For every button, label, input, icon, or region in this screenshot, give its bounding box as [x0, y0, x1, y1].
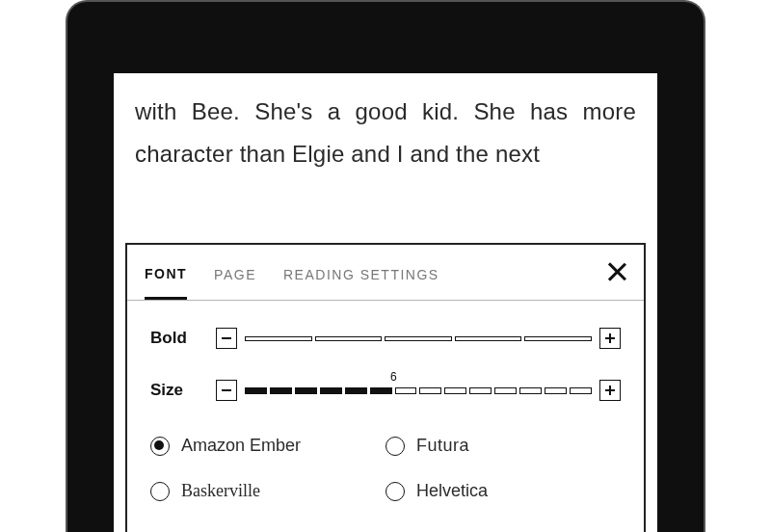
- font-panel-body: Bold Size 6 Amazon EmberFuturaBaskervill…: [127, 301, 644, 526]
- size-row: Size 6: [150, 380, 621, 401]
- ereader-screen: with Bee. She's a good kid. She has more…: [114, 73, 657, 532]
- font-family-options: Amazon EmberFuturaBaskervilleHelvetica: [150, 432, 621, 526]
- bold-decrease-button[interactable]: [216, 328, 237, 349]
- size-segment: [370, 387, 392, 394]
- close-icon[interactable]: [603, 258, 630, 285]
- tab-font[interactable]: FONT: [145, 247, 187, 300]
- size-segment: [494, 387, 517, 394]
- bold-segment: [455, 336, 522, 341]
- size-segment: [519, 387, 542, 394]
- display-settings-panel: FONT PAGE READING SETTINGS Bold Size 6 A…: [125, 243, 646, 532]
- size-label: Size: [150, 381, 216, 400]
- bold-row: Bold: [150, 328, 621, 349]
- font-option-label: Futura: [416, 436, 469, 456]
- tab-reading-settings[interactable]: READING SETTINGS: [283, 248, 439, 298]
- size-segment: [270, 387, 292, 394]
- size-segment: [320, 387, 342, 394]
- font-option-label: Helvetica: [416, 481, 488, 501]
- font-option-amazon-ember[interactable]: Amazon Ember: [150, 436, 386, 456]
- bold-segment: [245, 336, 312, 341]
- bold-segment: [315, 336, 383, 341]
- radio-icon: [150, 437, 170, 456]
- font-option-label: Baskerville: [181, 481, 260, 501]
- size-segment: [245, 387, 267, 394]
- bold-segment: [385, 336, 452, 341]
- font-option-baskerville[interactable]: Baskerville: [150, 481, 386, 501]
- size-segment: [545, 387, 567, 394]
- book-body-text: with Bee. She's a good kid. She has more…: [114, 73, 657, 176]
- size-segment: [469, 387, 492, 394]
- font-option-futura[interactable]: Futura: [386, 436, 621, 456]
- bold-label: Bold: [150, 329, 216, 348]
- font-option-label: Amazon Ember: [181, 436, 301, 456]
- size-segment: [395, 387, 417, 394]
- radio-icon: [150, 482, 170, 501]
- size-slider[interactable]: 6: [245, 387, 592, 394]
- tab-page[interactable]: PAGE: [214, 248, 256, 298]
- size-decrease-button[interactable]: [216, 380, 237, 401]
- size-segment: [419, 387, 441, 394]
- bold-slider[interactable]: [245, 336, 592, 341]
- font-option-helvetica[interactable]: Helvetica: [386, 481, 621, 501]
- size-segment: [295, 387, 317, 394]
- size-increase-button[interactable]: [599, 380, 621, 401]
- radio-icon: [386, 437, 405, 456]
- size-segment: [444, 387, 466, 394]
- size-segment: [345, 387, 367, 394]
- bold-increase-button[interactable]: [599, 328, 621, 349]
- size-segment: [570, 387, 592, 394]
- radio-icon: [386, 482, 405, 501]
- settings-tabbar: FONT PAGE READING SETTINGS: [127, 245, 644, 301]
- bold-segment: [524, 336, 592, 341]
- size-value-indicator: 6: [390, 370, 397, 384]
